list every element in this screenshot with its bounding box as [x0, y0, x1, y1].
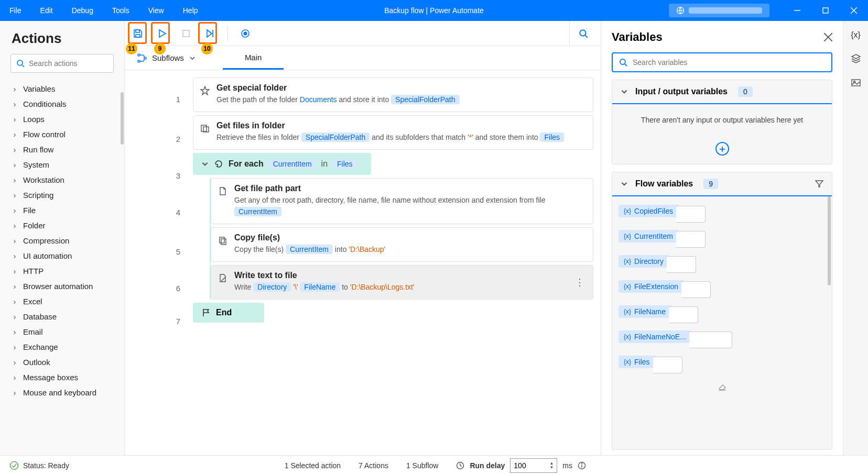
- step-write-text-to-file[interactable]: Write text to file Write Directory '\' F…: [211, 265, 593, 300]
- svg-rect-7: [136, 30, 139, 32]
- search-variables-box[interactable]: [612, 52, 832, 72]
- category-file[interactable]: ›File: [0, 203, 124, 218]
- svg-rect-2: [823, 8, 828, 13]
- menu-tools[interactable]: Tools: [103, 0, 139, 21]
- minimize-button[interactable]: [783, 0, 811, 21]
- chevron-right-icon: ›: [12, 297, 18, 306]
- chevron-down-icon: [189, 55, 196, 61]
- var-row-files[interactable]: {x}Files: [619, 354, 826, 370]
- variable-pill[interactable]: Files: [333, 159, 357, 169]
- menu-help[interactable]: Help: [173, 0, 208, 21]
- search-actions-input[interactable]: [29, 59, 121, 68]
- variable-pill[interactable]: CurrentItem: [269, 159, 316, 169]
- menu-file[interactable]: File: [0, 0, 31, 21]
- folder-files-icon: [200, 123, 210, 134]
- delay-field[interactable]: [514, 461, 540, 470]
- layers-icon[interactable]: [851, 53, 861, 64]
- variable-pill[interactable]: FileName: [300, 282, 340, 292]
- category-run-flow[interactable]: ›Run flow: [0, 142, 124, 157]
- variable-pill[interactable]: SpecialFolderPath: [301, 132, 370, 142]
- svg-line-6: [22, 65, 24, 67]
- chevron-right-icon: ›: [12, 373, 18, 382]
- menu-edit[interactable]: Edit: [31, 0, 62, 21]
- category-outlook[interactable]: ›Outlook: [0, 355, 124, 370]
- erase-icon[interactable]: [612, 379, 832, 396]
- menu-view[interactable]: View: [139, 0, 173, 21]
- info-icon[interactable]: [578, 461, 586, 470]
- maximize-button[interactable]: [811, 0, 840, 21]
- category-conditionals[interactable]: ›Conditionals: [0, 96, 124, 112]
- tab-main[interactable]: Main: [223, 46, 284, 70]
- category-ui-automation[interactable]: ›UI automation: [0, 248, 124, 263]
- category-database[interactable]: ›Database: [0, 309, 124, 324]
- variables-rail-icon[interactable]: {x}: [851, 30, 861, 40]
- spinner-arrows[interactable]: ▲▼: [549, 461, 554, 470]
- search-actions-box[interactable]: [10, 54, 114, 73]
- search-variables-input[interactable]: [633, 58, 825, 67]
- var-row-copiedfiles[interactable]: {x}CopiedFiles: [619, 203, 826, 219]
- category-list[interactable]: ›Variables ›Conditionals ›Loops ›Flow co…: [0, 79, 124, 455]
- step-get-file-path-part[interactable]: Get file path part Get any of the root p…: [211, 178, 593, 224]
- category-loops[interactable]: ›Loops: [0, 112, 124, 127]
- close-panel-button[interactable]: [824, 33, 832, 41]
- scrollbar-thumb[interactable]: [121, 92, 124, 145]
- var-row-currentitem[interactable]: {x}CurrentItem: [619, 228, 826, 245]
- stop-button[interactable]: [177, 25, 195, 42]
- chevron-down-icon[interactable]: [201, 160, 209, 168]
- category-excel[interactable]: ›Excel: [0, 294, 124, 309]
- category-exchange[interactable]: ›Exchange: [0, 339, 124, 355]
- category-workstation[interactable]: ›Workstation: [0, 172, 124, 187]
- variable-pill[interactable]: CurrentItem: [234, 207, 281, 216]
- environment-chip[interactable]: [669, 4, 769, 17]
- nested-steps: Get file path part Get any of the root p…: [210, 178, 593, 300]
- run-delay-input[interactable]: ▲▼: [510, 458, 557, 473]
- category-folder[interactable]: ›Folder: [0, 218, 124, 233]
- flow-variables-header[interactable]: Flow variables 9: [612, 172, 832, 196]
- category-email[interactable]: ›Email: [0, 324, 124, 339]
- step-get-special-folder[interactable]: Get special folder Get the path of the f…: [193, 78, 593, 112]
- step-get-files-in-folder[interactable]: Get files in folder Retrieve the files i…: [193, 115, 593, 150]
- category-scripting[interactable]: ›Scripting: [0, 187, 124, 203]
- step-loop-foreach[interactable]: For each CurrentItem in Files: [193, 153, 371, 175]
- link-documents[interactable]: Documents: [300, 95, 337, 104]
- run-button[interactable]: [153, 25, 171, 42]
- close-button[interactable]: [840, 0, 868, 21]
- category-system[interactable]: ›System: [0, 157, 124, 172]
- add-io-variable-button[interactable]: ＋: [715, 142, 729, 156]
- svg-marker-20: [201, 86, 209, 95]
- var-row-directory[interactable]: {x}Directory: [619, 253, 826, 270]
- variable-pill[interactable]: SpecialFolderPath: [391, 95, 459, 104]
- scrollbar-thumb[interactable]: [828, 196, 831, 285]
- subflows-dropdown[interactable]: Subflows: [132, 46, 201, 70]
- svg-point-35: [10, 461, 18, 469]
- image-icon[interactable]: [851, 78, 861, 88]
- menu-debug[interactable]: Debug: [62, 0, 103, 21]
- variable-pill[interactable]: CurrentItem: [286, 245, 333, 254]
- var-row-filenamenoext[interactable]: {x}FileNameNoE...: [619, 328, 826, 345]
- category-http[interactable]: ›HTTP: [0, 263, 124, 279]
- category-browser-automation[interactable]: ›Browser automation: [0, 279, 124, 294]
- svg-marker-30: [816, 181, 823, 187]
- category-flow-control[interactable]: ›Flow control: [0, 127, 124, 142]
- step-end[interactable]: End: [193, 303, 264, 323]
- record-button[interactable]: [236, 25, 254, 42]
- flow-search-button[interactable]: [569, 21, 596, 46]
- io-variables-header[interactable]: Input / output variables 0: [612, 80, 832, 104]
- step-copy-files[interactable]: Copy file(s) Copy the file(s) CurrentIte…: [211, 227, 593, 262]
- var-row-fileextension[interactable]: {x}FileExtension: [619, 278, 826, 295]
- var-row-filename[interactable]: {x}FileName: [619, 303, 826, 320]
- category-compression[interactable]: ›Compression: [0, 233, 124, 248]
- filter-icon[interactable]: [815, 180, 823, 188]
- svg-point-14: [244, 31, 247, 35]
- more-menu-icon[interactable]: ⋮: [575, 277, 584, 288]
- category-mouse-keyboard[interactable]: ›Mouse and keyboard: [0, 385, 124, 400]
- step-button[interactable]: [201, 25, 219, 42]
- category-message-boxes[interactable]: ›Message boxes: [0, 370, 124, 385]
- flow-pane: 1234567 Get special folder Get the path …: [125, 70, 601, 455]
- save-button[interactable]: [129, 25, 147, 42]
- svg-point-28: [620, 59, 625, 64]
- search-icon: [619, 58, 627, 67]
- variable-pill[interactable]: Files: [540, 132, 564, 142]
- category-variables[interactable]: ›Variables: [0, 81, 124, 96]
- variable-pill[interactable]: Directory: [253, 282, 291, 292]
